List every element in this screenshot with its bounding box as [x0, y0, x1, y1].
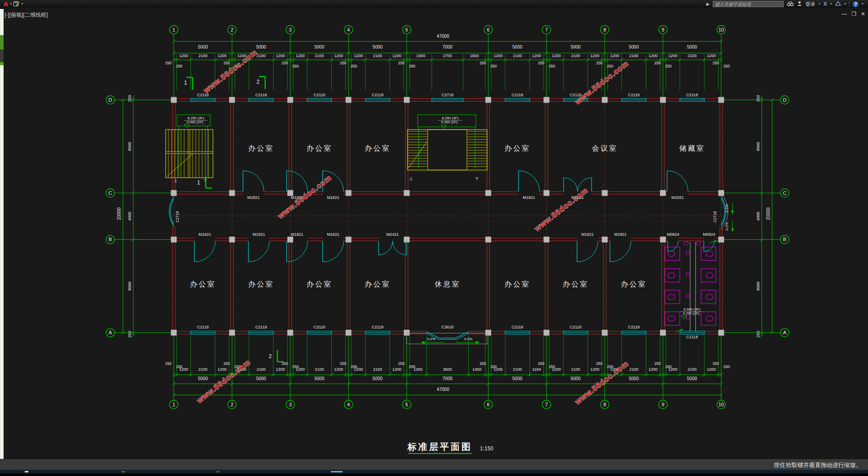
titlebar: A ▾ ▾ ▶ 登录 ▾ X ▾ ▾ ? [0, 0, 868, 8]
svg-text:1200: 1200 [334, 54, 343, 58]
svg-text:办公室: 办公室 [249, 144, 274, 152]
svg-text:2100: 2100 [315, 367, 324, 372]
search-input[interactable] [713, 1, 784, 7]
room-labels: 办公室办公室办公室办公室会议室储藏室办公室办公室办公室办公室休息室办公室办公室办… [190, 144, 705, 288]
svg-text:250: 250 [665, 64, 671, 68]
svg-text:M1821: M1821 [327, 232, 339, 237]
svg-text:C2118: C2118 [372, 93, 384, 97]
svg-text:1200: 1200 [392, 54, 401, 58]
svg-text:上: 上 [173, 179, 177, 183]
svg-text:C2118: C2118 [686, 335, 698, 339]
svg-text:5000: 5000 [314, 45, 325, 49]
svg-text:C2118: C2118 [628, 93, 640, 97]
svg-text:5000: 5000 [629, 376, 639, 381]
save-caret-icon[interactable]: ▾ [21, 2, 23, 6]
close-button[interactable]: ✕ [861, 11, 865, 17]
toolbar-overflow-icon[interactable]: ▶ [706, 2, 710, 6]
svg-text:250: 250 [176, 64, 182, 68]
minimize-button[interactable]: — [841, 11, 847, 17]
svg-text:C2118: C2118 [372, 325, 384, 329]
svg-text:9: 9 [661, 402, 664, 407]
balcony: 0.2%0.2% [407, 333, 487, 344]
svg-text:8000: 8000 [756, 282, 760, 291]
svg-text:10: 10 [719, 402, 724, 407]
svg-text:C2718: C2718 [442, 93, 454, 97]
svg-text:B: B [783, 237, 786, 242]
svg-text:2100: 2100 [199, 367, 208, 372]
svg-text:4: 4 [347, 27, 350, 32]
svg-text:250: 250 [538, 61, 544, 65]
svg-text:5000: 5000 [512, 376, 523, 381]
svg-text:M2421: M2421 [386, 232, 399, 237]
svg-text:8000: 8000 [756, 142, 760, 151]
svg-text:250: 250 [479, 61, 486, 65]
svg-text:办公室: 办公室 [365, 280, 390, 288]
svg-text:C2118: C2118 [255, 325, 267, 329]
search-binoculars-icon[interactable] [787, 1, 794, 7]
svg-text:M1821: M1821 [523, 195, 535, 200]
svg-text:C2118: C2118 [313, 325, 325, 329]
svg-text:C: C [783, 190, 787, 196]
svg-text:0.2%: 0.2% [725, 222, 729, 230]
autocad-logo-icon[interactable]: A [3, 1, 9, 7]
svg-text:5000: 5000 [198, 45, 208, 49]
svg-text:250: 250 [398, 361, 404, 366]
help-caret-icon[interactable]: ▾ [862, 2, 863, 6]
drawing-canvas[interactable]: 1122334455667788991010DDCCBBAA4700050005… [0, 8, 868, 459]
svg-text:47000: 47000 [437, 34, 449, 39]
dimensions-side: 25080004000800025020000 [117, 95, 135, 337]
login-button[interactable]: 登录 [805, 1, 815, 8]
help-icon[interactable]: ? [853, 1, 859, 7]
svg-text:7000: 7000 [443, 45, 453, 49]
svg-text:上: 上 [409, 177, 413, 181]
doors: M1821M1821M1821M1821M2421M1821M1821M1821… [194, 171, 715, 262]
user-icon[interactable] [797, 1, 802, 7]
svg-text:1200: 1200 [334, 367, 343, 372]
svg-text:5000: 5000 [314, 376, 325, 381]
svg-text:2100: 2100 [629, 367, 638, 372]
svg-text:10: 10 [719, 27, 724, 32]
svg-text:1200: 1200 [276, 367, 285, 372]
viewport-controls[interactable]: [-][俯视][二维线框] [5, 11, 48, 19]
svg-text:1200: 1200 [354, 54, 363, 58]
logo-caret-icon[interactable]: ▾ [10, 2, 12, 6]
status-hint-text: 按住拾取键并垂直拖动进行缩放。 [774, 461, 868, 469]
svg-text:1200: 1200 [179, 54, 188, 58]
svg-text:20000: 20000 [117, 207, 122, 220]
svg-text:会议室: 会议室 [592, 144, 618, 152]
save-icon[interactable] [14, 1, 19, 7]
dimensions-side: 25080004000800025020000 [756, 95, 774, 337]
svg-text:250: 250 [223, 361, 230, 366]
svg-text:5000: 5000 [687, 376, 697, 381]
svg-text:250: 250 [756, 95, 760, 102]
svg-text:1200: 1200 [669, 54, 678, 58]
svg-text:8: 8 [603, 27, 606, 32]
exchange-caret-icon[interactable]: ▾ [830, 2, 832, 6]
svg-text:47000: 47000 [437, 387, 449, 392]
svg-text:250: 250 [538, 361, 544, 366]
exchange-apps-icon[interactable]: X [823, 1, 827, 7]
svg-text:2100: 2100 [571, 367, 580, 372]
autodesk360-icon[interactable] [835, 1, 841, 7]
svg-text:2100: 2100 [513, 54, 522, 58]
restore-button[interactable]: ❐ [851, 11, 856, 17]
svg-text:1200: 1200 [649, 54, 658, 58]
svg-text:1: 1 [172, 402, 175, 407]
svg-text:办公室: 办公室 [505, 280, 530, 288]
autodesk360-caret-icon[interactable]: ▾ [844, 2, 846, 6]
svg-text:1200: 1200 [707, 54, 716, 58]
walls [171, 97, 724, 340]
svg-text:1200: 1200 [217, 54, 226, 58]
svg-text:5000: 5000 [570, 376, 581, 381]
svg-text:2100: 2100 [199, 54, 208, 58]
svg-text:C2118: C2118 [686, 93, 698, 97]
svg-text:1450: 1450 [472, 367, 481, 372]
svg-text:5000: 5000 [198, 376, 208, 381]
login-caret-icon[interactable]: ▾ [818, 2, 820, 6]
svg-text:5000: 5000 [373, 45, 383, 49]
statusbar: 按住拾取键并垂直拖动进行缩放。 [0, 459, 868, 470]
svg-text:1200: 1200 [217, 367, 226, 372]
svg-text:4: 4 [347, 402, 350, 407]
svg-text:250: 250 [723, 64, 730, 68]
svg-text:8000: 8000 [127, 142, 132, 151]
